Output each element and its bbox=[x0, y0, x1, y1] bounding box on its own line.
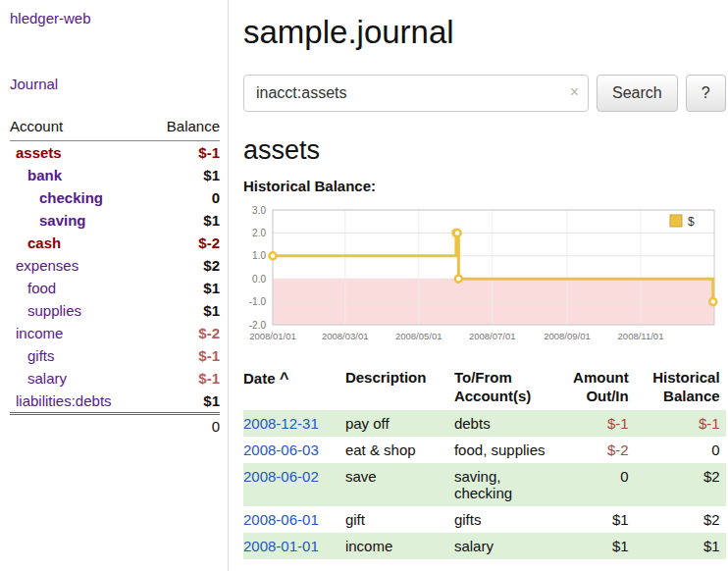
search-button[interactable]: Search bbox=[597, 75, 678, 112]
accounts-header-account: Account bbox=[10, 118, 147, 141]
account-link-food[interactable]: food bbox=[27, 280, 56, 296]
clear-search-icon[interactable]: × bbox=[570, 83, 579, 101]
account-name-cell: cash bbox=[10, 232, 147, 254]
transaction-accounts: salary bbox=[448, 533, 555, 559]
data-point-marker bbox=[454, 230, 461, 236]
account-balance: $1 bbox=[147, 277, 220, 299]
chart-title: Historical Balance: bbox=[243, 178, 726, 194]
transaction-amount: 0 bbox=[555, 463, 635, 506]
search-input[interactable] bbox=[243, 75, 589, 112]
x-tick-label: 2008/05/01 bbox=[395, 331, 442, 341]
transaction-balance: $2 bbox=[635, 506, 726, 533]
account-balance: $-1 bbox=[147, 141, 220, 165]
account-link-checking[interactable]: checking bbox=[39, 189, 103, 206]
transaction-balance: $2 bbox=[635, 463, 726, 506]
accounts-total-spacer bbox=[10, 414, 147, 439]
register-row[interactable]: 2008-06-03eat & shopfood, supplies$-20 bbox=[243, 437, 726, 463]
account-link-liabilities-debts[interactable]: liabilities:debts bbox=[16, 392, 112, 409]
transaction-balance: 0 bbox=[635, 437, 726, 463]
transaction-date-link[interactable]: 2008-06-03 bbox=[243, 441, 319, 458]
y-tick-label: 3.0 bbox=[252, 205, 266, 216]
register-header-date[interactable]: Date ^ bbox=[243, 365, 339, 410]
account-link-expenses[interactable]: expenses bbox=[16, 257, 78, 274]
account-balance: $1 bbox=[147, 299, 220, 322]
accounts-total-row: 0 bbox=[10, 414, 220, 439]
account-link-income[interactable]: income bbox=[16, 325, 63, 341]
register-row[interactable]: 2008-12-31pay offdebts$-1$-1 bbox=[243, 410, 726, 437]
transaction-balance: $1 bbox=[635, 533, 726, 559]
account-link-bank[interactable]: bank bbox=[27, 167, 62, 183]
x-tick-label: 2008/01/01 bbox=[249, 331, 296, 341]
register-header-amount: AmountOut/In bbox=[555, 365, 635, 410]
transaction-description: gift bbox=[339, 506, 448, 533]
register-row[interactable]: 2008-06-02savesaving, checking0$2 bbox=[243, 463, 726, 506]
register-row[interactable]: 2008-06-01giftgifts$1$2 bbox=[243, 506, 726, 533]
transaction-description: eat & shop bbox=[339, 437, 448, 463]
x-tick-label: 2008/07/01 bbox=[469, 331, 516, 341]
transaction-description: income bbox=[339, 533, 448, 559]
legend-swatch-icon bbox=[670, 215, 682, 227]
y-tick-label: 0.0 bbox=[252, 274, 266, 285]
app-title-link[interactable]: hledger-web bbox=[10, 10, 220, 26]
account-link-supplies[interactable]: supplies bbox=[27, 302, 81, 319]
search-input-wrapper: × bbox=[243, 75, 589, 112]
account-row: expenses$2 bbox=[10, 254, 220, 277]
account-link-assets[interactable]: assets bbox=[16, 144, 62, 161]
transaction-date-link[interactable]: 2008-06-02 bbox=[243, 468, 319, 485]
help-button[interactable]: ? bbox=[686, 75, 726, 112]
transaction-amount: $-1 bbox=[555, 410, 635, 437]
data-point-marker bbox=[709, 298, 716, 305]
account-row: assets$-1 bbox=[10, 141, 220, 165]
sort-ascending-icon[interactable]: ^ bbox=[276, 370, 289, 387]
account-balance: $1 bbox=[147, 164, 220, 186]
transaction-balance: $-1 bbox=[635, 410, 726, 437]
transaction-accounts: food, supplies bbox=[448, 437, 555, 463]
main-content: sample.journal × Search ? assets Histori… bbox=[229, 0, 728, 571]
transaction-date-link[interactable]: 2008-01-01 bbox=[243, 538, 319, 554]
y-tick-label: 2.0 bbox=[252, 228, 266, 238]
register-table: Date ^DescriptionTo/FromAccount(s)Amount… bbox=[243, 365, 726, 559]
account-link-gifts[interactable]: gifts bbox=[27, 347, 55, 364]
account-name-cell: income bbox=[10, 322, 147, 344]
y-tick-label: 1.0 bbox=[252, 250, 266, 261]
account-balance: $1 bbox=[147, 209, 220, 232]
transaction-accounts: gifts bbox=[448, 506, 555, 533]
transaction-amount: $1 bbox=[555, 533, 635, 559]
sidebar: hledger-web Journal Account Balance asse… bbox=[0, 0, 229, 571]
transaction-description: pay off bbox=[339, 410, 448, 437]
account-balance: $-1 bbox=[147, 344, 220, 367]
account-name-cell: gifts bbox=[10, 344, 147, 367]
account-balance: 0 bbox=[147, 186, 220, 209]
account-balance: $-2 bbox=[147, 232, 220, 254]
account-row: bank$1 bbox=[10, 164, 220, 186]
transaction-date-cell: 2008-06-02 bbox=[243, 463, 339, 506]
account-name-cell: saving bbox=[10, 209, 147, 232]
register-row[interactable]: 2008-01-01incomesalary$1$1 bbox=[243, 533, 726, 559]
account-balance: $-1 bbox=[147, 367, 220, 389]
y-tick-label: -2.0 bbox=[249, 320, 267, 331]
account-row: checking0 bbox=[10, 186, 220, 209]
balance-chart: 3.02.01.00.0-1.0-2.02008/01/012008/03/01… bbox=[243, 202, 722, 347]
register-header-tofrom: To/FromAccount(s) bbox=[448, 365, 555, 410]
transaction-date-link[interactable]: 2008-12-31 bbox=[243, 415, 319, 432]
page-title: sample.journal bbox=[243, 14, 726, 51]
transaction-date-link[interactable]: 2008-06-01 bbox=[243, 511, 319, 528]
y-tick-label: -1.0 bbox=[249, 296, 267, 307]
account-name-cell: bank bbox=[10, 164, 147, 186]
account-name-cell: supplies bbox=[10, 299, 147, 322]
account-link-saving[interactable]: saving bbox=[39, 212, 86, 229]
legend-label: $ bbox=[688, 215, 695, 229]
transaction-amount: $1 bbox=[555, 506, 635, 533]
register-body: 2008-12-31pay offdebts$-1$-12008-06-03ea… bbox=[243, 410, 726, 559]
transaction-amount: $-2 bbox=[555, 437, 635, 463]
account-heading: assets bbox=[243, 135, 726, 166]
account-balance: $2 bbox=[147, 254, 220, 277]
hledger-web-app: hledger-web Journal Account Balance asse… bbox=[0, 0, 728, 571]
account-link-cash[interactable]: cash bbox=[27, 234, 61, 251]
account-row: income$-2 bbox=[10, 322, 220, 344]
register-header-description: Description bbox=[339, 365, 448, 410]
register-header: Date ^DescriptionTo/FromAccount(s)Amount… bbox=[243, 365, 726, 410]
sidebar-item-journal[interactable]: Journal bbox=[10, 76, 220, 92]
register-header-historical: HistoricalBalance bbox=[635, 365, 726, 410]
account-link-salary[interactable]: salary bbox=[27, 370, 67, 387]
